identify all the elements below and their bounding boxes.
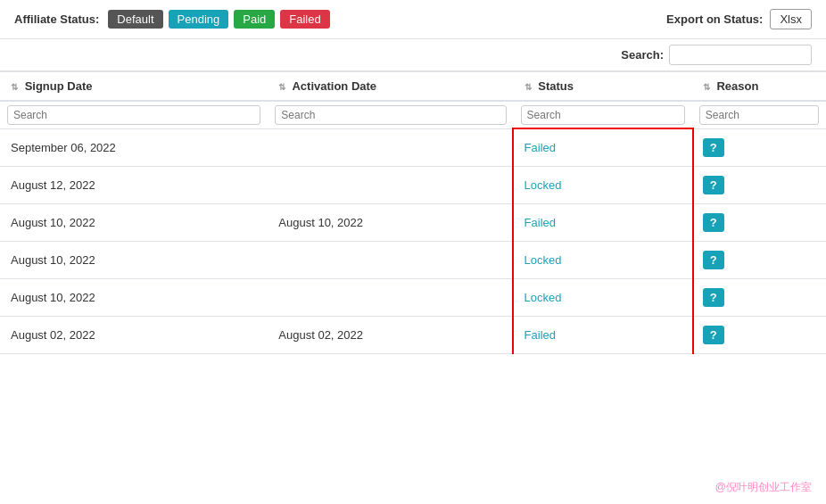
sort-icon-reason: ⇅ <box>703 82 710 92</box>
sort-icon-status: ⇅ <box>525 82 532 92</box>
table-row: August 10, 2022August 10, 2022Failed? <box>0 204 826 242</box>
table-wrapper: ⇅ Signup Date ⇅ Activation Date ⇅ Status… <box>0 71 826 354</box>
cell-reason: ? <box>692 167 826 204</box>
status-value: Failed <box>525 328 556 342</box>
cell-signup: August 10, 2022 <box>0 242 268 279</box>
table-row: August 10, 2022Locked? <box>0 242 826 279</box>
status-value: Failed <box>525 216 556 229</box>
affiliate-status-label: Affiliate Status: <box>14 12 99 26</box>
status-btn-paid[interactable]: Paid <box>234 10 275 29</box>
cell-activation <box>268 167 513 204</box>
status-btn-default[interactable]: Default <box>108 10 162 29</box>
table-row: August 12, 2022Locked? <box>0 167 826 204</box>
col-header-reason[interactable]: ⇅ Reason <box>692 72 826 102</box>
cell-status: Failed <box>514 129 692 167</box>
cell-status: Failed <box>514 317 692 354</box>
table-row: August 02, 2022August 02, 2022Failed? <box>0 317 826 354</box>
cell-signup: August 10, 2022 <box>0 279 268 317</box>
filter-row <box>0 101 826 129</box>
reason-button[interactable]: ? <box>703 288 724 307</box>
cell-reason: ? <box>692 242 826 279</box>
filter-signup[interactable] <box>7 105 260 125</box>
search-row-label: Search: <box>621 48 664 62</box>
cell-signup: August 02, 2022 <box>0 317 268 354</box>
reason-button[interactable]: ? <box>703 138 724 157</box>
col-header-status[interactable]: ⇅ Status <box>514 72 692 102</box>
cell-activation <box>268 129 513 167</box>
cell-signup: September 06, 2022 <box>0 129 268 167</box>
reason-button[interactable]: ? <box>703 326 724 344</box>
status-value: Failed <box>525 141 556 154</box>
table-row: September 06, 2022Failed? <box>0 129 826 167</box>
cell-status: Locked <box>514 167 692 204</box>
col-header-signup[interactable]: ⇅ Signup Date <box>0 72 268 102</box>
status-value: Locked <box>525 291 562 304</box>
cell-signup: August 10, 2022 <box>0 204 268 242</box>
table-row: August 10, 2022Locked? <box>0 279 826 317</box>
reason-button[interactable]: ? <box>703 213 724 232</box>
cell-status: Failed <box>514 204 692 242</box>
cell-reason: ? <box>692 279 826 317</box>
cell-reason: ? <box>692 317 826 354</box>
cell-reason: ? <box>692 129 826 167</box>
status-value: Locked <box>525 178 562 192</box>
status-btn-failed[interactable]: Failed <box>280 10 329 29</box>
cell-signup: August 12, 2022 <box>0 167 268 204</box>
status-value: Locked <box>525 253 562 267</box>
status-btn-pending[interactable]: Pending <box>169 10 229 29</box>
sort-icon-activation: ⇅ <box>278 82 285 92</box>
cell-status: Locked <box>514 279 692 317</box>
cell-activation: August 02, 2022 <box>268 317 513 354</box>
reason-button[interactable]: ? <box>703 251 724 269</box>
cell-status: Locked <box>514 242 692 279</box>
cell-activation <box>268 279 513 317</box>
export-xlsx-button[interactable]: Xlsx <box>770 9 812 29</box>
export-label: Export on Status: <box>666 12 763 26</box>
filter-status[interactable] <box>521 105 685 125</box>
cell-activation: August 10, 2022 <box>268 204 513 242</box>
search-row: Search: <box>0 39 826 71</box>
cell-reason: ? <box>692 204 826 242</box>
search-row-input[interactable] <box>669 45 812 65</box>
affiliate-status-section: Affiliate Status: Default Pending Paid F… <box>14 10 330 29</box>
table-header-row: ⇅ Signup Date ⇅ Activation Date ⇅ Status… <box>0 72 826 102</box>
col-header-activation[interactable]: ⇅ Activation Date <box>268 72 513 102</box>
reason-button[interactable]: ? <box>703 176 724 194</box>
main-table: ⇅ Signup Date ⇅ Activation Date ⇅ Status… <box>0 71 826 354</box>
filter-activation[interactable] <box>275 105 506 125</box>
watermark: @倪叶明创业工作室 <box>715 480 812 495</box>
sort-icon-signup: ⇅ <box>11 82 18 92</box>
cell-activation <box>268 242 513 279</box>
top-bar: Affiliate Status: Default Pending Paid F… <box>0 0 826 39</box>
export-area: Export on Status: Xlsx <box>666 9 812 29</box>
filter-reason[interactable] <box>699 105 819 125</box>
